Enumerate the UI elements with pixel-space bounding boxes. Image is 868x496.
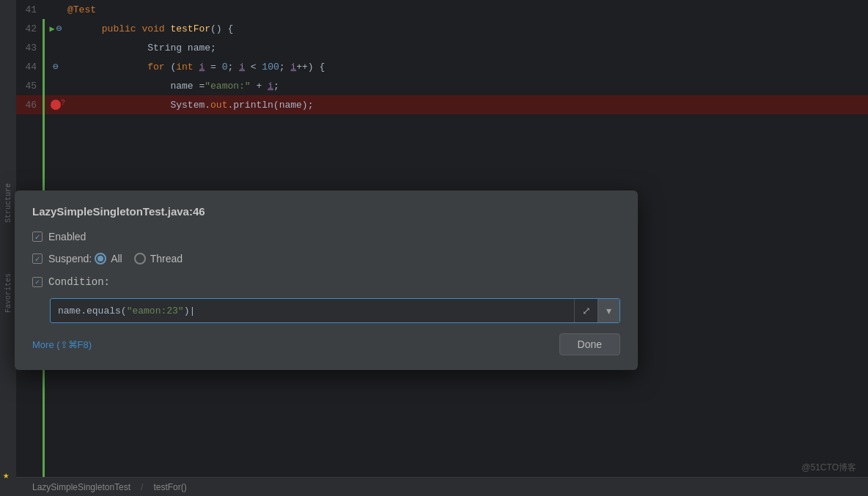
radio-thread-circle[interactable] (134, 253, 146, 264)
line-number-44: 44 (19, 62, 45, 73)
line-number-41: 41 (19, 4, 45, 15)
enabled-label: Enabled (48, 231, 86, 243)
bottom-bar: LazySimpleSingletonTest / testFor() (16, 477, 868, 496)
watermark: @51CTO博客 (801, 462, 856, 474)
condition-label: Condition: (48, 276, 110, 288)
condition-input-wrap: name.equals("eamon:23")| ⤢ ▾ (50, 298, 620, 323)
suspend-radio-group: All Thread (95, 253, 183, 264)
more-link[interactable]: More (⇧⌘F8) (32, 339, 92, 350)
enabled-row: Enabled (32, 231, 620, 243)
condition-checkbox-wrap: Condition: (32, 275, 110, 288)
bottom-separator: / (141, 482, 143, 492)
radio-thread-label: Thread (150, 253, 183, 264)
condition-checkbox[interactable] (32, 277, 43, 287)
suspend-label: Suspend: (48, 253, 92, 264)
suspend-row: Suspend: All Thread (32, 253, 620, 264)
enabled-checkbox-area: Enabled (32, 231, 86, 243)
run-icon-42[interactable]: ▶ (49, 23, 54, 34)
gutter-44[interactable]: ⊖ (45, 61, 66, 73)
suspend-checkbox[interactable] (32, 253, 43, 264)
condition-input-display[interactable]: name.equals("eamon:23")| (51, 300, 574, 322)
gutter-46[interactable] (45, 100, 66, 110)
breakpoint-dialog: LazySimpleSingletonTest.java:46 Enabled … (15, 190, 638, 370)
bottom-method-tab[interactable]: testFor() (146, 481, 194, 494)
favorites-star-icon: ★ (3, 469, 9, 481)
expand-button[interactable]: ⤢ (574, 299, 597, 322)
gutter-42[interactable]: ▶ ⊖ (45, 23, 66, 34)
suspend-checkbox-area: Suspend: (32, 253, 92, 264)
radio-all-item[interactable]: All (95, 253, 122, 264)
condition-dropdown-button[interactable]: ▾ (597, 299, 619, 322)
condition-input-row: name.equals("eamon:23")| ⤢ ▾ (50, 298, 620, 323)
line-number-43: 43 (19, 42, 45, 53)
breakpoint-icon-46[interactable] (51, 100, 61, 110)
enabled-checkbox[interactable] (32, 232, 43, 242)
sidebar-tabs: Structure Favorites ★ (0, 0, 16, 496)
radio-all-circle[interactable] (95, 253, 106, 264)
radio-all-label: All (111, 253, 122, 264)
sidebar-tab-favorites[interactable]: Favorites (3, 270, 14, 316)
line-code-46: System.out.println(name); (66, 89, 868, 122)
bookmark-42[interactable]: ⊖ (56, 23, 62, 34)
done-button[interactable]: Done (559, 333, 620, 355)
line-number-45: 45 (19, 81, 45, 92)
dialog-footer: More (⇧⌘F8) Done (32, 333, 620, 355)
dialog-title: LazySimpleSingletonTest.java:46 (32, 205, 620, 218)
sidebar-tab-structure[interactable]: Structure (3, 180, 14, 226)
line-number-42: 42 (19, 23, 45, 34)
bottom-file-tab[interactable]: LazySimpleSingletonTest (25, 481, 138, 494)
bookmark-44[interactable]: ⊖ (53, 61, 59, 73)
line-number-46: 46 (19, 100, 45, 111)
radio-thread-item[interactable]: Thread (134, 253, 183, 264)
code-line-46: 46 System.out.println(name); (16, 95, 868, 114)
condition-row: Condition: (32, 275, 620, 288)
